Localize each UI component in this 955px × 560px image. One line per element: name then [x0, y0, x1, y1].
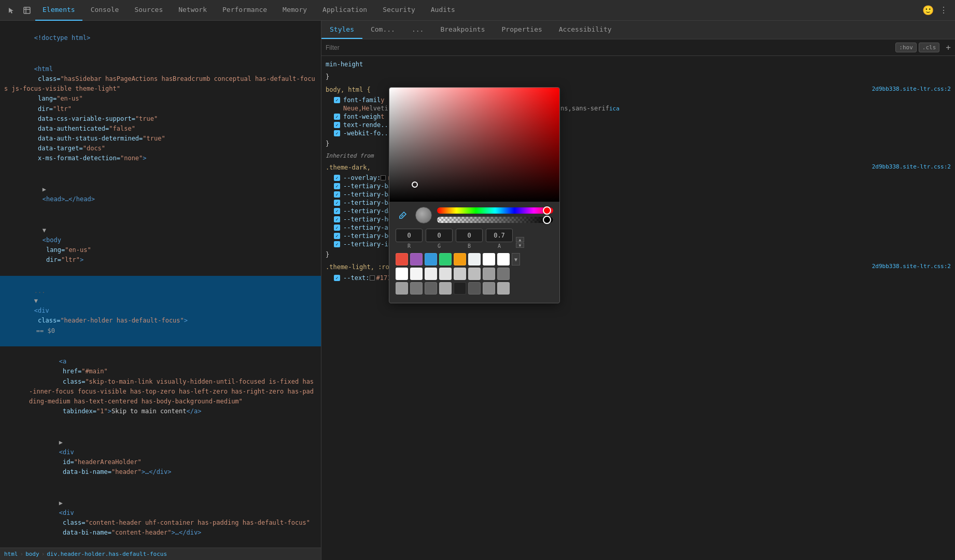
alpha-thumb[interactable]: [543, 216, 551, 224]
swatch-w6[interactable]: [468, 268, 481, 280]
g-input[interactable]: [426, 229, 453, 242]
hue-slider[interactable]: [437, 207, 553, 214]
checkbox-font-weight[interactable]: [334, 114, 340, 120]
swatch-g2[interactable]: [410, 282, 423, 295]
styles-content[interactable]: min-height } body, html { 2d9bb338.site-…: [321, 56, 955, 560]
checkbox-tertiary-glow[interactable]: [334, 200, 340, 206]
r-input[interactable]: [396, 229, 423, 242]
cls-button[interactable]: .cls: [919, 43, 940, 52]
expand-arrow[interactable]: ▶: [43, 186, 46, 193]
swatch-w5[interactable]: [454, 268, 466, 280]
feedback-icon[interactable]: 🙂: [921, 3, 935, 18]
a-input[interactable]: [486, 229, 513, 242]
cursor-icon[interactable]: [4, 3, 19, 18]
breadcrumb-html[interactable]: html: [4, 551, 18, 557]
html-line[interactable]: <a href="#main" class="skip-to-main-link…: [0, 346, 321, 427]
swatch-overlay[interactable]: [381, 175, 386, 180]
css-source-light[interactable]: 2d9bb338.site-ltr.css:2: [872, 262, 951, 272]
swatches-scroll-1[interactable]: ▼: [512, 253, 520, 265]
swatch-g5[interactable]: [454, 282, 466, 295]
more-options-icon[interactable]: ⋮: [936, 3, 951, 18]
breadcrumb-div[interactable]: div.header-holder.has-default-focus: [47, 551, 167, 557]
checkbox-overlay[interactable]: [334, 175, 340, 181]
checkbox-webkit[interactable]: [334, 130, 340, 136]
html-line-selected[interactable]: ... ▼ <div class="header-holder has-defa…: [0, 276, 321, 346]
swatch-orange[interactable]: [454, 253, 466, 265]
css-source-body[interactable]: 2d9bb338.site-ltr.css:2: [872, 85, 951, 94]
checkbox-text[interactable]: [334, 275, 340, 281]
html-line[interactable]: ▶ <head>…</head>: [0, 174, 321, 215]
spinner-down[interactable]: ▼: [516, 243, 524, 248]
checkbox-tertiary-invert[interactable]: [334, 241, 340, 247]
hue-thumb[interactable]: [543, 206, 551, 215]
tab-application[interactable]: Application: [315, 0, 374, 21]
tab-memory[interactable]: Memory: [275, 0, 314, 21]
tab-dom-breakpoints[interactable]: Breakpoints: [432, 21, 493, 39]
tab-security[interactable]: Security: [375, 0, 423, 21]
checkbox-tertiary-shadow[interactable]: [334, 233, 340, 239]
tab-network[interactable]: Network: [171, 0, 214, 21]
expand-arrow-body[interactable]: ▼: [43, 227, 46, 234]
swatch-w2[interactable]: [410, 268, 423, 280]
color-picker[interactable]: R G B A ▲ ▼: [389, 87, 560, 303]
swatch-w3[interactable]: [425, 268, 437, 280]
swatch-green[interactable]: [439, 253, 452, 265]
hov-button[interactable]: :hov: [895, 43, 917, 52]
swatch-blue[interactable]: [425, 253, 437, 265]
swatch-light-gray[interactable]: [468, 253, 481, 265]
checkbox-tertiary-hover[interactable]: [334, 216, 340, 222]
checkbox-tertiary-base[interactable]: [334, 183, 340, 189]
swatch-red[interactable]: [396, 253, 408, 265]
swatch-g6[interactable]: [468, 282, 481, 295]
tab-elements[interactable]: Elements: [35, 0, 82, 21]
swatch-g4[interactable]: [439, 282, 452, 295]
checkbox-tertiary-active[interactable]: [334, 225, 340, 231]
checkbox-font-family[interactable]: [334, 97, 340, 103]
checkbox-tertiary-dark[interactable]: [334, 208, 340, 214]
swatch-g8[interactable]: [497, 282, 510, 295]
html-line[interactable]: <html class="hasSidebar hasPageActions h…: [0, 54, 321, 174]
checkbox-tertiary-bg[interactable]: [334, 191, 340, 198]
eyedropper-button[interactable]: [396, 208, 410, 222]
swatch-g7[interactable]: [483, 282, 495, 295]
swatch-w4[interactable]: [439, 268, 452, 280]
breadcrumb-body[interactable]: body: [25, 551, 39, 557]
add-rule-button[interactable]: +: [946, 43, 951, 52]
color-preview-swatch[interactable]: [415, 207, 432, 223]
swatch-w1[interactable]: [396, 268, 408, 280]
b-input[interactable]: [456, 229, 483, 242]
alpha-slider[interactable]: [437, 217, 553, 223]
tab-audits[interactable]: Audits: [424, 0, 462, 21]
checkbox-render[interactable]: [334, 122, 340, 128]
expand-arrow-div[interactable]: ▼: [34, 297, 38, 304]
swatch-g3[interactable]: [425, 282, 437, 295]
html-line[interactable]: ▶ <div id="headerAreaHolder" data-bi-nam…: [0, 427, 321, 488]
expand-arrow-header[interactable]: ▶: [59, 439, 63, 446]
tab-performance[interactable]: Performance: [215, 0, 274, 21]
tab-sources[interactable]: Sources: [127, 0, 170, 21]
tab-properties[interactable]: Properties: [494, 21, 551, 39]
tab-styles[interactable]: Styles: [321, 21, 362, 39]
css-source-dark[interactable]: 2d9bb338.site-ltr.css:2: [872, 162, 951, 172]
html-line[interactable]: ▼ <body lang="en-us" dir="ltr">: [0, 215, 321, 276]
html-tree[interactable]: <!doctype html> <html class="hasSidebar …: [0, 21, 321, 548]
tab-console[interactable]: Console: [83, 0, 127, 21]
swatch-g1[interactable]: [396, 282, 408, 295]
swatch-white1[interactable]: [483, 253, 495, 265]
html-line[interactable]: ▶ <div class="content-header uhf-contain…: [0, 488, 321, 548]
tab-accessibility[interactable]: Accessibility: [551, 21, 620, 39]
spinner-up[interactable]: ▲: [516, 237, 524, 242]
html-line[interactable]: <!doctype html>: [0, 23, 321, 54]
swatch-text[interactable]: [370, 275, 375, 281]
swatch-white2[interactable]: [497, 253, 510, 265]
css-source-body2[interactable]: ica: [609, 105, 620, 112]
expand-arrow-content[interactable]: ▶: [59, 499, 63, 507]
filter-input[interactable]: [326, 44, 891, 51]
tab-computed[interactable]: Com...: [362, 21, 403, 39]
swatch-w7[interactable]: [483, 268, 495, 280]
inspect-icon[interactable]: [20, 3, 34, 18]
swatch-w8[interactable]: [497, 268, 510, 280]
tab-event-listeners[interactable]: ...: [403, 21, 432, 39]
swatch-purple[interactable]: [410, 253, 423, 265]
color-gradient-area[interactable]: [389, 88, 559, 202]
